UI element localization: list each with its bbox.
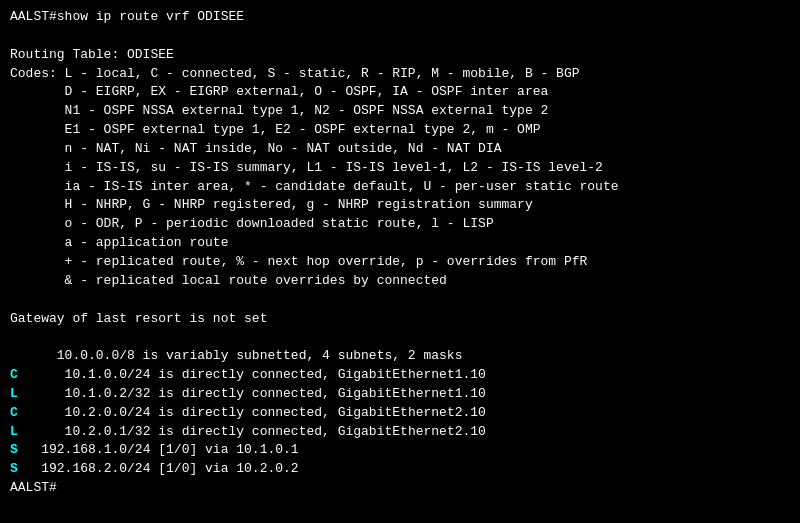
- output-line: N1 - OSPF NSSA external type 1, N2 - OSP…: [10, 102, 790, 121]
- output-line: Routing Table: ODISEE: [10, 46, 790, 65]
- route-code: C: [10, 367, 18, 382]
- output-line: H - NHRP, G - NHRP registered, g - NHRP …: [10, 196, 790, 215]
- route-code: S: [10, 461, 18, 476]
- prompt-end: AALST#: [10, 479, 790, 498]
- output-line: o - ODR, P - periodic downloaded static …: [10, 215, 790, 234]
- output-line: Codes: L - local, C - connected, S - sta…: [10, 65, 790, 84]
- output-line: ia - IS-IS inter area, * - candidate def…: [10, 178, 790, 197]
- command-line: AALST#show ip route vrf ODISEE: [10, 8, 790, 27]
- route-line: S 192.168.1.0/24 [1/0] via 10.1.0.1: [10, 441, 790, 460]
- route-line: L 10.2.0.1/32 is directly connected, Gig…: [10, 423, 790, 442]
- route-detail: 192.168.1.0/24 [1/0] via 10.1.0.1: [18, 442, 299, 457]
- output-line: E1 - OSPF external type 1, E2 - OSPF ext…: [10, 121, 790, 140]
- output-line: n - NAT, Ni - NAT inside, No - NAT outsi…: [10, 140, 790, 159]
- blank-line: [10, 27, 790, 46]
- route-line: C 10.1.0.0/24 is directly connected, Gig…: [10, 366, 790, 385]
- route-code: L: [10, 424, 18, 439]
- route-line: L 10.1.0.2/32 is directly connected, Gig…: [10, 385, 790, 404]
- output-line: & - replicated local route overrides by …: [10, 272, 790, 291]
- route-code: L: [10, 386, 18, 401]
- route-detail: 10.2.0.0/24 is directly connected, Gigab…: [18, 405, 486, 420]
- output-line: 10.0.0.0/8 is variably subnetted, 4 subn…: [10, 347, 790, 366]
- blank-line: [10, 328, 790, 347]
- output-line: + - replicated route, % - next hop overr…: [10, 253, 790, 272]
- route-code: S: [10, 442, 18, 457]
- blank-line: [10, 291, 790, 310]
- route-code: C: [10, 405, 18, 420]
- route-detail: 192.168.2.0/24 [1/0] via 10.2.0.2: [18, 461, 299, 476]
- terminal-window[interactable]: AALST#show ip route vrf ODISEERouting Ta…: [0, 0, 800, 523]
- output-line: D - EIGRP, EX - EIGRP external, O - OSPF…: [10, 83, 790, 102]
- output-line: i - IS-IS, su - IS-IS summary, L1 - IS-I…: [10, 159, 790, 178]
- route-line: S 192.168.2.0/24 [1/0] via 10.2.0.2: [10, 460, 790, 479]
- route-detail: 10.1.0.2/32 is directly connected, Gigab…: [18, 386, 486, 401]
- output-line: a - application route: [10, 234, 790, 253]
- route-detail: 10.2.0.1/32 is directly connected, Gigab…: [18, 424, 486, 439]
- route-line: C 10.2.0.0/24 is directly connected, Gig…: [10, 404, 790, 423]
- output-line: Gateway of last resort is not set: [10, 310, 790, 329]
- route-detail: 10.1.0.0/24 is directly connected, Gigab…: [18, 367, 486, 382]
